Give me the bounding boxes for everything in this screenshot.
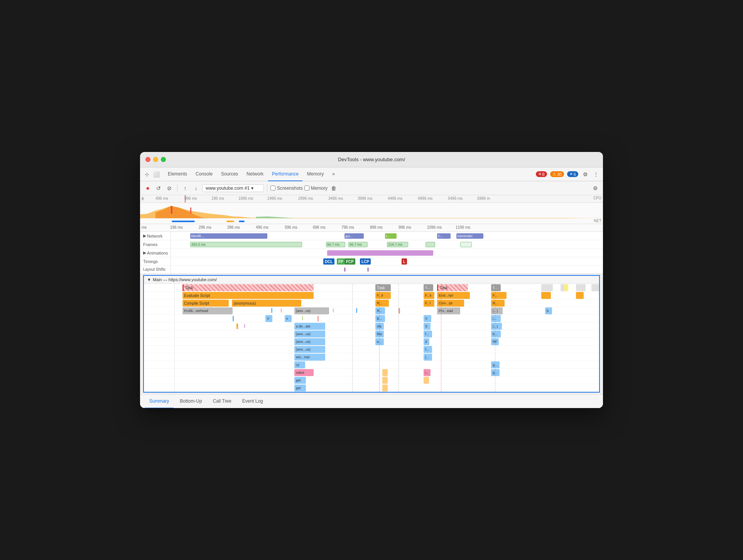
f-dot-2[interactable]: f... — [424, 346, 432, 353]
tab-sources[interactable]: Sources — [217, 167, 242, 181]
clear-button[interactable]: ⊘ — [165, 184, 174, 193]
prohead[interactable]: Pro...ead — [437, 307, 460, 314]
tab-bottom-up[interactable]: Bottom-Up — [175, 395, 206, 408]
compile-ipt[interactable]: Com...ipt — [437, 300, 464, 307]
task-3[interactable]: Task — [437, 284, 468, 291]
profiling-b[interactable]: b — [545, 307, 552, 314]
orange-3[interactable] — [424, 377, 429, 384]
v-cap[interactable]: V — [265, 315, 272, 322]
anous-3[interactable]: (ano...us) — [294, 338, 325, 345]
minimize-button[interactable] — [153, 157, 158, 162]
network-track-arrow[interactable]: ▶ — [143, 233, 146, 238]
timing-fp[interactable]: FP — [337, 258, 345, 265]
eval-small-2[interactable] — [576, 292, 584, 299]
d-block[interactable]: d — [424, 338, 429, 345]
eval-fk-2[interactable]: F...k — [424, 292, 434, 299]
profiling-1[interactable]: Profili...verhead — [182, 307, 233, 314]
net-bar-identify[interactable]: identifi... — [190, 233, 267, 239]
dollar[interactable]: $... — [375, 315, 385, 322]
animation-bar[interactable] — [327, 250, 433, 256]
adeate[interactable]: a.de...ate — [294, 323, 325, 330]
orange-4[interactable] — [382, 385, 388, 391]
tab-elements[interactable]: Elements — [164, 167, 191, 181]
inspect-icon[interactable]: ⊹ — [143, 170, 151, 178]
eval-fk-1[interactable]: F...k — [375, 292, 391, 299]
get-1[interactable]: get — [294, 377, 306, 384]
timing-lcp[interactable]: LCP — [360, 258, 371, 265]
f-dot[interactable]: f... — [424, 331, 432, 337]
anous-2[interactable]: (ano...us) — [294, 331, 325, 337]
profiling-paren[interactable]: (...) — [491, 307, 503, 314]
record-button[interactable]: ● — [143, 184, 152, 193]
settings-toolbar-icon[interactable]: ⚙ — [591, 184, 600, 193]
bla[interactable]: Bla — [375, 331, 384, 337]
compile-r[interactable]: R... — [375, 300, 389, 307]
timing-dcl[interactable]: DCL — [323, 258, 334, 265]
v-cap-2[interactable]: V — [424, 315, 431, 322]
net-bar-v[interactable]: v... — [385, 233, 397, 239]
error-badge[interactable]: ✕ 8 — [536, 171, 547, 177]
v-lower[interactable]: v — [285, 315, 292, 322]
frame-216-7ms[interactable]: 216.7 ms — [387, 242, 408, 247]
get-2[interactable]: get — [294, 385, 306, 391]
task-4[interactable] — [541, 284, 553, 291]
task-2[interactable]: Task — [375, 284, 391, 291]
paren[interactable]: (...) — [491, 323, 502, 330]
orange-1[interactable] — [382, 369, 388, 376]
s-block[interactable]: S — [424, 323, 431, 330]
animations-track-arrow[interactable]: ▶ — [143, 250, 146, 255]
device-icon[interactable]: ⬜ — [152, 170, 160, 178]
frame-empty[interactable] — [426, 242, 435, 247]
reload-record-button[interactable]: ↺ — [154, 184, 163, 193]
tab-console[interactable]: Console — [192, 167, 216, 181]
task-T2[interactable]: T... — [491, 284, 501, 291]
trash-icon[interactable]: 🗑 — [329, 184, 338, 193]
anous-4[interactable]: (ano...us) — [294, 346, 325, 353]
tab-event-log[interactable]: Event Log — [238, 395, 268, 408]
rf[interactable]: RF — [491, 338, 499, 345]
eval-f[interactable]: F... — [491, 292, 507, 299]
frame-empty-2[interactable] — [460, 242, 472, 247]
tab-summary[interactable]: Summary — [145, 395, 174, 408]
task-T[interactable]: T... — [424, 284, 433, 291]
compile-script[interactable]: Compile Script — [182, 300, 229, 307]
timing-l[interactable]: L — [402, 258, 407, 265]
memory-checkbox[interactable] — [304, 186, 309, 191]
compile-fl[interactable]: F...l — [424, 300, 434, 307]
tab-call-tree[interactable]: Call Tree — [208, 395, 236, 408]
frame-66-7ms-2[interactable]: 66.7 ms — [348, 242, 368, 247]
e-dot[interactable]: e... — [375, 338, 384, 345]
profiling-r[interactable]: R... — [375, 307, 385, 314]
winmer[interactable]: win...mer — [294, 354, 325, 361]
g-dot-2[interactable]: g... — [491, 369, 500, 376]
net-bar-generate[interactable]: Generate! — [456, 233, 483, 239]
task-1[interactable]: Task — [182, 284, 314, 291]
task-8[interactable] — [564, 284, 568, 291]
anonymous-1[interactable]: (anonymous) — [232, 300, 301, 307]
more-icon[interactable]: ⋮ — [592, 170, 600, 178]
xla[interactable]: xla — [375, 323, 384, 330]
tab-memory[interactable]: Memory — [303, 167, 328, 181]
net-bar-gui[interactable]: gui... — [344, 233, 364, 239]
frame-66-7ms-1[interactable]: 66.7 ms — [326, 242, 345, 247]
timing-fcp[interactable]: FCP — [344, 258, 355, 265]
upload-button[interactable]: ↑ — [181, 184, 190, 193]
url-dropdown[interactable]: www.youtube.com #1 ▾ — [202, 184, 264, 192]
settings-icon[interactable]: ⚙ — [581, 170, 589, 178]
orange-2[interactable] — [382, 377, 388, 384]
maximize-button[interactable] — [161, 157, 166, 162]
g-dot-1[interactable]: g... — [491, 361, 500, 368]
cy[interactable]: cy — [294, 361, 305, 368]
eval-script-1[interactable]: Evaluate Script — [182, 292, 314, 299]
info-badge[interactable]: ✕ 6 — [567, 171, 578, 177]
close-button[interactable] — [145, 157, 150, 162]
screenshots-checkbox[interactable] — [270, 186, 275, 191]
eval-script-2[interactable]: Eval...ript — [437, 292, 470, 299]
i-dot[interactable]: i... — [491, 315, 501, 322]
value[interactable]: value — [294, 369, 314, 376]
i-dot-2[interactable]: i... — [424, 369, 431, 376]
compile-r2[interactable]: R... — [491, 300, 505, 307]
memory-checkbox-label[interactable]: Memory — [304, 186, 328, 191]
tab-performance[interactable]: Performance — [268, 167, 302, 181]
tab-more[interactable]: » — [328, 167, 339, 181]
